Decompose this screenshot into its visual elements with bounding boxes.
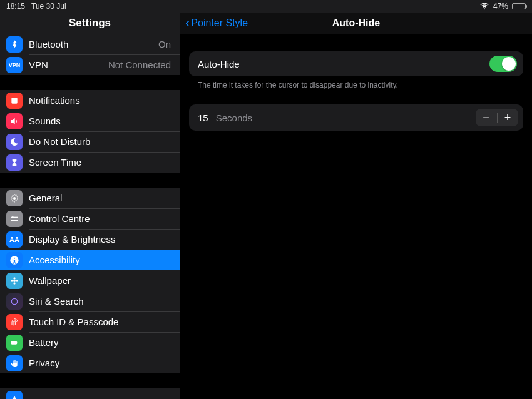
text-size-icon: AA — [6, 231, 23, 248]
svg-rect-0 — [11, 98, 17, 103]
auto-hide-switch[interactable] — [489, 56, 517, 72]
sidebar-title: Settings — [0, 13, 180, 34]
moon-icon — [6, 134, 23, 150]
detail-nav-bar: ‹ Pointer Style Auto-Hide — [180, 13, 532, 34]
svg-rect-14 — [11, 341, 17, 344]
hourglass-icon — [6, 154, 23, 171]
seconds-stepper-row: 15 Seconds − + — [189, 104, 523, 131]
svg-point-8 — [13, 280, 16, 282]
sidebar-item-value: Not Connected — [108, 59, 171, 70]
sidebar-item-privacy[interactable]: Privacy — [0, 353, 180, 373]
svg-rect-3 — [11, 216, 18, 217]
status-date: Tue 30 Jul — [31, 2, 66, 11]
toggle-footer: The time it takes for the cursor to disa… — [189, 76, 523, 89]
sidebar-item-wallpaper[interactable]: Wallpaper — [0, 270, 180, 291]
battery-icon — [512, 3, 526, 9]
page-title: Auto-Hide — [332, 18, 380, 29]
status-time: 18:15 — [6, 2, 25, 11]
sidebar-item-siri-search[interactable]: Siri & Search — [0, 291, 180, 311]
battery-full-icon — [6, 335, 23, 351]
notifications-icon — [6, 93, 23, 109]
sidebar-item-label: Privacy — [29, 358, 171, 368]
status-bar: 18:15 Tue 30 Jul 47% — [0, 0, 532, 13]
sidebar-item-label: VPN — [29, 59, 108, 70]
sidebar-item-sounds[interactable]: Sounds — [0, 111, 180, 131]
sidebar-item-accessibility[interactable]: Accessibility — [0, 250, 180, 270]
sidebar-item-label: Control Centre — [29, 213, 171, 224]
sidebar-item-touch-id[interactable]: Touch ID & Passcode — [0, 311, 180, 332]
toggle-label: Auto-Hide — [198, 59, 489, 69]
sidebar-item-label: Sounds — [29, 116, 171, 126]
svg-point-9 — [13, 277, 15, 279]
sidebar-item-label: Display & Brightness — [29, 234, 171, 245]
fingerprint-icon — [6, 314, 23, 330]
sidebar-item-label: Accessibility — [29, 255, 171, 265]
svg-point-11 — [11, 280, 13, 281]
chevron-left-icon: ‹ — [185, 16, 190, 30]
sidebar-item-screen-time[interactable]: Screen Time — [0, 152, 180, 173]
svg-rect-5 — [11, 220, 18, 221]
svg-point-12 — [16, 280, 18, 281]
settings-sidebar: Settings Bluetooth On VPN VPN Not Connec… — [0, 13, 180, 399]
stepper-minus-button[interactable]: − — [476, 109, 497, 126]
sidebar-section-stores — [0, 388, 180, 399]
wifi-icon — [479, 1, 489, 13]
auto-hide-toggle-row[interactable]: Auto-Hide — [189, 51, 523, 76]
gear-icon — [6, 190, 23, 206]
detail-pane: ‹ Pointer Style Auto-Hide Auto-Hide The … — [180, 13, 532, 399]
sidebar-section-alerts: Notifications Sounds Do Not Disturb — [0, 90, 180, 173]
seconds-stepper: − + — [476, 109, 519, 126]
vpn-icon: VPN — [6, 57, 23, 73]
sounds-icon — [6, 113, 23, 129]
flower-icon — [6, 273, 23, 289]
sidebar-section-general: General Control Centre AA Display & Brig… — [0, 188, 180, 373]
sidebar-item-general[interactable]: General — [0, 188, 180, 208]
svg-point-7 — [14, 257, 15, 258]
back-label: Pointer Style — [191, 18, 248, 29]
sidebar-item-label: General — [29, 193, 171, 203]
stepper-value: 15 — [198, 113, 208, 123]
hand-icon — [6, 355, 23, 371]
sidebar-item-label: Do Not Disturb — [29, 136, 171, 147]
sidebar-item-label: Siri & Search — [29, 296, 171, 306]
sidebar-item-label: Battery — [29, 337, 171, 348]
app-store-icon — [6, 391, 23, 400]
accessibility-icon — [6, 252, 23, 268]
sidebar-item-label: Screen Time — [29, 157, 171, 168]
svg-point-13 — [11, 298, 17, 304]
switch-knob — [502, 57, 516, 71]
bluetooth-icon — [6, 36, 23, 53]
sidebar-item-control-centre[interactable]: Control Centre — [0, 208, 180, 229]
sidebar-item-notifications[interactable]: Notifications — [0, 90, 180, 111]
sidebar-item-label: Notifications — [29, 95, 171, 106]
battery-percent: 47% — [493, 2, 508, 11]
sidebar-item-label: Touch ID & Passcode — [29, 316, 171, 327]
sidebar-item-bluetooth[interactable]: Bluetooth On — [0, 34, 180, 54]
back-button[interactable]: ‹ Pointer Style — [185, 16, 248, 30]
svg-point-10 — [13, 282, 15, 284]
siri-icon — [6, 293, 23, 310]
sidebar-item-do-not-disturb[interactable]: Do Not Disturb — [0, 131, 180, 152]
sidebar-item-label: Bluetooth — [29, 39, 158, 49]
sidebar-item-label: Wallpaper — [29, 275, 171, 286]
svg-rect-15 — [18, 341, 18, 343]
sidebar-item-vpn[interactable]: VPN VPN Not Connected — [0, 54, 180, 75]
sidebar-item-value: On — [158, 39, 171, 49]
svg-point-1 — [13, 197, 16, 200]
stepper-plus-button[interactable]: + — [497, 109, 518, 126]
sliders-icon — [6, 211, 23, 227]
sidebar-item-display-brightness[interactable]: AA Display & Brightness — [0, 229, 180, 250]
stepper-unit: Seconds — [216, 113, 476, 123]
sidebar-item-battery[interactable]: Battery — [0, 332, 180, 353]
sidebar-section-connectivity: Bluetooth On VPN VPN Not Connected — [0, 34, 180, 75]
sidebar-item-itunes[interactable] — [0, 388, 180, 399]
